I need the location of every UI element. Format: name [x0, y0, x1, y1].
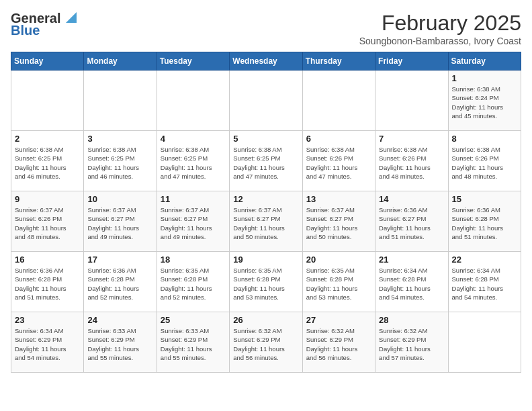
day-number: 24 [87, 315, 152, 325]
day-info: Sunrise: 6:36 AM Sunset: 6:28 PM Dayligh… [87, 266, 152, 302]
day-info: Sunrise: 6:37 AM Sunset: 6:27 PM Dayligh… [306, 205, 371, 241]
column-header-tuesday: Tuesday [157, 52, 229, 71]
day-number: 16 [15, 255, 80, 265]
calendar-cell: 28Sunrise: 6:32 AM Sunset: 6:29 PM Dayli… [375, 312, 448, 373]
day-info: Sunrise: 6:38 AM Sunset: 6:26 PM Dayligh… [379, 145, 444, 181]
day-info: Sunrise: 6:38 AM Sunset: 6:25 PM Dayligh… [87, 145, 152, 181]
day-number: 6 [306, 134, 371, 144]
day-info: Sunrise: 6:34 AM Sunset: 6:29 PM Dayligh… [15, 326, 80, 362]
calendar-week-row: 23Sunrise: 6:34 AM Sunset: 6:29 PM Dayli… [11, 312, 521, 373]
calendar-cell: 26Sunrise: 6:32 AM Sunset: 6:29 PM Dayli… [230, 312, 302, 373]
calendar-cell: 3Sunrise: 6:38 AM Sunset: 6:25 PM Daylig… [84, 131, 157, 191]
day-info: Sunrise: 6:32 AM Sunset: 6:29 PM Dayligh… [233, 326, 298, 362]
column-header-wednesday: Wednesday [230, 52, 302, 71]
calendar-week-row: 1Sunrise: 6:38 AM Sunset: 6:24 PM Daylig… [11, 71, 521, 131]
day-number: 27 [306, 315, 371, 325]
calendar-cell: 2Sunrise: 6:38 AM Sunset: 6:25 PM Daylig… [11, 131, 84, 191]
day-info: Sunrise: 6:37 AM Sunset: 6:27 PM Dayligh… [87, 205, 152, 241]
day-number: 13 [306, 194, 371, 204]
day-info: Sunrise: 6:35 AM Sunset: 6:28 PM Dayligh… [161, 266, 226, 302]
calendar-cell: 17Sunrise: 6:36 AM Sunset: 6:28 PM Dayli… [84, 252, 157, 312]
calendar-cell [157, 71, 229, 131]
day-info: Sunrise: 6:38 AM Sunset: 6:26 PM Dayligh… [306, 145, 371, 181]
calendar-cell: 27Sunrise: 6:32 AM Sunset: 6:29 PM Dayli… [302, 312, 375, 373]
title-block: February 2025 Soungbonon-Bambarasso, Ivo… [359, 11, 521, 46]
calendar-week-row: 16Sunrise: 6:36 AM Sunset: 6:28 PM Dayli… [11, 252, 521, 312]
day-number: 11 [161, 194, 226, 204]
calendar-cell [11, 71, 84, 131]
calendar-header-row: SundayMondayTuesdayWednesdayThursdayFrid… [11, 52, 521, 71]
day-info: Sunrise: 6:32 AM Sunset: 6:29 PM Dayligh… [379, 326, 444, 362]
day-number: 19 [233, 255, 298, 265]
day-number: 23 [15, 315, 80, 325]
column-header-sunday: Sunday [11, 52, 84, 71]
calendar-cell: 8Sunrise: 6:38 AM Sunset: 6:26 PM Daylig… [448, 131, 521, 191]
day-number: 20 [306, 255, 371, 265]
page-header: General Blue February 2025 Soungbonon-Ba… [11, 11, 521, 46]
day-number: 5 [233, 134, 298, 144]
calendar-cell: 14Sunrise: 6:36 AM Sunset: 6:27 PM Dayli… [375, 191, 448, 252]
day-info: Sunrise: 6:34 AM Sunset: 6:28 PM Dayligh… [379, 266, 444, 302]
calendar-cell: 11Sunrise: 6:37 AM Sunset: 6:27 PM Dayli… [157, 191, 229, 252]
calendar-cell: 18Sunrise: 6:35 AM Sunset: 6:28 PM Dayli… [157, 252, 229, 312]
calendar-cell: 7Sunrise: 6:38 AM Sunset: 6:26 PM Daylig… [375, 131, 448, 191]
calendar-cell: 10Sunrise: 6:37 AM Sunset: 6:27 PM Dayli… [84, 191, 157, 252]
column-header-thursday: Thursday [302, 52, 375, 71]
day-number: 10 [87, 194, 152, 204]
calendar-cell: 9Sunrise: 6:37 AM Sunset: 6:26 PM Daylig… [11, 191, 84, 252]
calendar-week-row: 9Sunrise: 6:37 AM Sunset: 6:26 PM Daylig… [11, 191, 521, 252]
day-number: 17 [87, 255, 152, 265]
day-info: Sunrise: 6:34 AM Sunset: 6:28 PM Dayligh… [452, 266, 517, 302]
day-info: Sunrise: 6:35 AM Sunset: 6:28 PM Dayligh… [306, 266, 371, 302]
calendar-cell: 15Sunrise: 6:36 AM Sunset: 6:28 PM Dayli… [448, 191, 521, 252]
column-header-monday: Monday [84, 52, 157, 71]
month-year-title: February 2025 [359, 11, 521, 36]
logo: General Blue [11, 11, 77, 38]
calendar-cell: 13Sunrise: 6:37 AM Sunset: 6:27 PM Dayli… [302, 191, 375, 252]
day-info: Sunrise: 6:38 AM Sunset: 6:25 PM Dayligh… [161, 145, 226, 181]
calendar-cell: 12Sunrise: 6:37 AM Sunset: 6:27 PM Dayli… [230, 191, 302, 252]
calendar-cell [375, 71, 448, 131]
calendar-cell [448, 312, 521, 373]
day-number: 12 [233, 194, 298, 204]
day-info: Sunrise: 6:32 AM Sunset: 6:29 PM Dayligh… [306, 326, 371, 362]
day-info: Sunrise: 6:37 AM Sunset: 6:27 PM Dayligh… [161, 205, 226, 241]
calendar-cell: 25Sunrise: 6:33 AM Sunset: 6:29 PM Dayli… [157, 312, 229, 373]
day-number: 8 [452, 134, 517, 144]
calendar-cell: 5Sunrise: 6:38 AM Sunset: 6:25 PM Daylig… [230, 131, 302, 191]
day-number: 28 [379, 315, 444, 325]
day-info: Sunrise: 6:38 AM Sunset: 6:25 PM Dayligh… [15, 145, 80, 181]
calendar-cell: 19Sunrise: 6:35 AM Sunset: 6:28 PM Dayli… [230, 252, 302, 312]
day-info: Sunrise: 6:38 AM Sunset: 6:25 PM Dayligh… [233, 145, 298, 181]
day-info: Sunrise: 6:36 AM Sunset: 6:28 PM Dayligh… [15, 266, 80, 302]
day-number: 22 [452, 255, 517, 265]
calendar-cell: 23Sunrise: 6:34 AM Sunset: 6:29 PM Dayli… [11, 312, 84, 373]
calendar-cell [302, 71, 375, 131]
day-number: 7 [379, 134, 444, 144]
day-info: Sunrise: 6:37 AM Sunset: 6:26 PM Dayligh… [15, 205, 80, 241]
day-info: Sunrise: 6:33 AM Sunset: 6:29 PM Dayligh… [161, 326, 226, 362]
calendar-cell [230, 71, 302, 131]
day-info: Sunrise: 6:38 AM Sunset: 6:24 PM Dayligh… [452, 85, 517, 120]
day-info: Sunrise: 6:36 AM Sunset: 6:27 PM Dayligh… [379, 205, 444, 241]
calendar-cell: 24Sunrise: 6:33 AM Sunset: 6:29 PM Dayli… [84, 312, 157, 373]
calendar-cell [84, 71, 157, 131]
logo-blue: Blue [11, 23, 40, 38]
day-number: 2 [15, 134, 80, 144]
day-info: Sunrise: 6:38 AM Sunset: 6:26 PM Dayligh… [452, 145, 517, 181]
calendar-cell: 6Sunrise: 6:38 AM Sunset: 6:26 PM Daylig… [302, 131, 375, 191]
calendar-cell: 22Sunrise: 6:34 AM Sunset: 6:28 PM Dayli… [448, 252, 521, 312]
calendar-cell: 4Sunrise: 6:38 AM Sunset: 6:25 PM Daylig… [157, 131, 229, 191]
day-info: Sunrise: 6:35 AM Sunset: 6:28 PM Dayligh… [233, 266, 298, 302]
calendar-table: SundayMondayTuesdayWednesdayThursdayFrid… [11, 52, 521, 373]
calendar-cell: 16Sunrise: 6:36 AM Sunset: 6:28 PM Dayli… [11, 252, 84, 312]
calendar-cell: 21Sunrise: 6:34 AM Sunset: 6:28 PM Dayli… [375, 252, 448, 312]
column-header-friday: Friday [375, 52, 448, 71]
day-number: 25 [161, 315, 226, 325]
calendar-cell: 20Sunrise: 6:35 AM Sunset: 6:28 PM Dayli… [302, 252, 375, 312]
column-header-saturday: Saturday [448, 52, 521, 71]
svg-marker-0 [66, 12, 77, 23]
location-subtitle: Soungbonon-Bambarasso, Ivory Coast [359, 36, 521, 46]
day-number: 15 [452, 194, 517, 204]
day-info: Sunrise: 6:33 AM Sunset: 6:29 PM Dayligh… [87, 326, 152, 362]
